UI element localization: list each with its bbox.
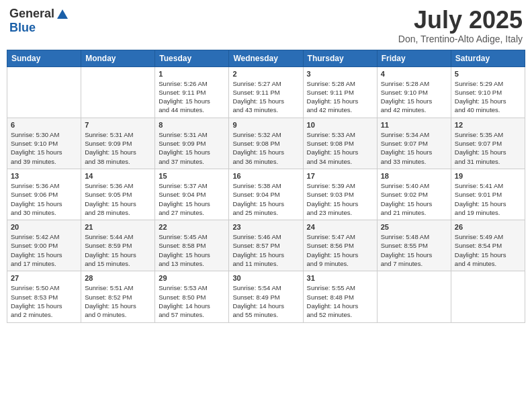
calendar-cell: 19Sunrise: 5:41 AM Sunset: 9:01 PM Dayli… <box>451 169 525 220</box>
day-number: 3 <box>307 70 373 78</box>
column-header-thursday: Thursday <box>303 50 377 66</box>
day-number: 21 <box>85 223 151 231</box>
calendar-cell: 18Sunrise: 5:40 AM Sunset: 9:02 PM Dayli… <box>377 169 451 220</box>
day-number: 19 <box>455 172 521 180</box>
day-number: 10 <box>307 121 373 129</box>
day-info: Sunrise: 5:38 AM Sunset: 9:04 PM Dayligh… <box>232 181 299 217</box>
day-number: 4 <box>381 70 447 78</box>
calendar-cell: 4Sunrise: 5:28 AM Sunset: 9:10 PM Daylig… <box>377 66 451 118</box>
calendar-cell: 11Sunrise: 5:34 AM Sunset: 9:07 PM Dayli… <box>377 118 451 169</box>
calendar-cell: 26Sunrise: 5:49 AM Sunset: 8:54 PM Dayli… <box>451 220 525 271</box>
day-number: 24 <box>307 223 373 231</box>
day-info: Sunrise: 5:36 AM Sunset: 9:05 PM Dayligh… <box>85 181 151 217</box>
column-header-wednesday: Wednesday <box>229 50 303 66</box>
calendar-cell: 6Sunrise: 5:30 AM Sunset: 9:10 PM Daylig… <box>7 118 81 169</box>
calendar-cell: 8Sunrise: 5:31 AM Sunset: 9:09 PM Daylig… <box>155 118 229 169</box>
day-number: 7 <box>85 121 151 129</box>
calendar-cell: 31Sunrise: 5:55 AM Sunset: 8:48 PM Dayli… <box>303 271 377 322</box>
calendar-cell: 9Sunrise: 5:32 AM Sunset: 9:08 PM Daylig… <box>229 118 303 169</box>
day-info: Sunrise: 5:45 AM Sunset: 8:58 PM Dayligh… <box>159 232 225 268</box>
day-number: 23 <box>232 223 299 231</box>
calendar-cell: 16Sunrise: 5:38 AM Sunset: 9:04 PM Dayli… <box>229 169 303 220</box>
calendar-cell: 10Sunrise: 5:33 AM Sunset: 9:08 PM Dayli… <box>303 118 377 169</box>
calendar-week-3: 13Sunrise: 5:36 AM Sunset: 9:06 PM Dayli… <box>7 169 525 220</box>
logo-icon <box>56 8 69 20</box>
calendar-cell: 7Sunrise: 5:31 AM Sunset: 9:09 PM Daylig… <box>81 118 155 169</box>
column-header-tuesday: Tuesday <box>155 50 229 66</box>
day-number: 1 <box>159 70 225 78</box>
day-info: Sunrise: 5:39 AM Sunset: 9:03 PM Dayligh… <box>307 181 373 217</box>
day-number: 22 <box>159 223 225 231</box>
column-header-saturday: Saturday <box>451 50 525 66</box>
calendar-cell: 29Sunrise: 5:53 AM Sunset: 8:50 PM Dayli… <box>155 271 229 322</box>
day-info: Sunrise: 5:53 AM Sunset: 8:50 PM Dayligh… <box>159 283 225 319</box>
svg-marker-0 <box>57 9 68 19</box>
column-header-monday: Monday <box>81 50 155 66</box>
day-info: Sunrise: 5:44 AM Sunset: 8:59 PM Dayligh… <box>85 232 151 268</box>
day-info: Sunrise: 5:47 AM Sunset: 8:56 PM Dayligh… <box>307 232 373 268</box>
day-info: Sunrise: 5:33 AM Sunset: 9:08 PM Dayligh… <box>307 130 373 166</box>
day-number: 31 <box>307 274 373 282</box>
day-number: 15 <box>159 172 225 180</box>
day-number: 25 <box>381 223 447 231</box>
calendar-cell: 24Sunrise: 5:47 AM Sunset: 8:56 PM Dayli… <box>303 220 377 271</box>
day-info: Sunrise: 5:41 AM Sunset: 9:01 PM Dayligh… <box>455 181 521 217</box>
day-number: 26 <box>455 223 521 231</box>
calendar-week-2: 6Sunrise: 5:30 AM Sunset: 9:10 PM Daylig… <box>7 118 525 169</box>
calendar-header-row: SundayMondayTuesdayWednesdayThursdayFrid… <box>7 50 525 66</box>
calendar-cell <box>7 66 81 118</box>
day-number: 6 <box>11 121 77 129</box>
calendar-cell: 1Sunrise: 5:26 AM Sunset: 9:11 PM Daylig… <box>155 66 229 118</box>
day-info: Sunrise: 5:48 AM Sunset: 8:55 PM Dayligh… <box>381 232 447 268</box>
day-info: Sunrise: 5:29 AM Sunset: 9:10 PM Dayligh… <box>455 79 521 115</box>
day-info: Sunrise: 5:27 AM Sunset: 9:11 PM Dayligh… <box>232 79 299 115</box>
calendar-week-4: 20Sunrise: 5:42 AM Sunset: 9:00 PM Dayli… <box>7 220 525 271</box>
calendar-cell: 22Sunrise: 5:45 AM Sunset: 8:58 PM Dayli… <box>155 220 229 271</box>
day-info: Sunrise: 5:32 AM Sunset: 9:08 PM Dayligh… <box>232 130 299 166</box>
calendar-cell: 5Sunrise: 5:29 AM Sunset: 9:10 PM Daylig… <box>451 66 525 118</box>
calendar-cell: 13Sunrise: 5:36 AM Sunset: 9:06 PM Dayli… <box>7 169 81 220</box>
day-info: Sunrise: 5:35 AM Sunset: 9:07 PM Dayligh… <box>455 130 521 166</box>
calendar-cell <box>81 66 155 118</box>
title-area: July 2025 Don, Trentino-Alto Adige, Ital… <box>398 7 523 44</box>
calendar-cell: 21Sunrise: 5:44 AM Sunset: 8:59 PM Dayli… <box>81 220 155 271</box>
day-number: 11 <box>381 121 447 129</box>
day-info: Sunrise: 5:55 AM Sunset: 8:48 PM Dayligh… <box>307 283 373 319</box>
day-info: Sunrise: 5:30 AM Sunset: 9:10 PM Dayligh… <box>11 130 77 166</box>
day-info: Sunrise: 5:31 AM Sunset: 9:09 PM Dayligh… <box>159 130 225 166</box>
page-header: General Blue July 2025 Don, Trentino-Alt… <box>7 7 525 44</box>
day-number: 9 <box>232 121 299 129</box>
day-number: 5 <box>455 70 521 78</box>
logo-blue-text: Blue <box>9 21 36 34</box>
day-info: Sunrise: 5:49 AM Sunset: 8:54 PM Dayligh… <box>455 232 521 268</box>
day-number: 12 <box>455 121 521 129</box>
day-info: Sunrise: 5:36 AM Sunset: 9:06 PM Dayligh… <box>11 181 77 217</box>
calendar-cell: 20Sunrise: 5:42 AM Sunset: 9:00 PM Dayli… <box>7 220 81 271</box>
day-number: 13 <box>11 172 77 180</box>
calendar-cell: 15Sunrise: 5:37 AM Sunset: 9:04 PM Dayli… <box>155 169 229 220</box>
calendar-cell: 25Sunrise: 5:48 AM Sunset: 8:55 PM Dayli… <box>377 220 451 271</box>
calendar-cell: 3Sunrise: 5:28 AM Sunset: 9:11 PM Daylig… <box>303 66 377 118</box>
day-number: 18 <box>381 172 447 180</box>
month-title: July 2025 <box>398 7 523 34</box>
calendar-week-1: 1Sunrise: 5:26 AM Sunset: 9:11 PM Daylig… <box>7 66 525 118</box>
calendar-cell <box>451 271 525 322</box>
day-info: Sunrise: 5:28 AM Sunset: 9:11 PM Dayligh… <box>307 79 373 115</box>
logo: General Blue <box>9 7 69 35</box>
calendar-cell: 30Sunrise: 5:54 AM Sunset: 8:49 PM Dayli… <box>229 271 303 322</box>
day-info: Sunrise: 5:34 AM Sunset: 9:07 PM Dayligh… <box>381 130 447 166</box>
day-number: 8 <box>159 121 225 129</box>
calendar-cell: 14Sunrise: 5:36 AM Sunset: 9:05 PM Dayli… <box>81 169 155 220</box>
calendar-cell: 27Sunrise: 5:50 AM Sunset: 8:53 PM Dayli… <box>7 271 81 322</box>
calendar-table: SundayMondayTuesdayWednesdayThursdayFrid… <box>7 50 525 323</box>
column-header-sunday: Sunday <box>7 50 81 66</box>
day-info: Sunrise: 5:51 AM Sunset: 8:52 PM Dayligh… <box>85 283 151 319</box>
day-number: 16 <box>232 172 299 180</box>
calendar-cell: 28Sunrise: 5:51 AM Sunset: 8:52 PM Dayli… <box>81 271 155 322</box>
day-number: 17 <box>307 172 373 180</box>
day-info: Sunrise: 5:26 AM Sunset: 9:11 PM Dayligh… <box>159 79 225 115</box>
calendar-cell: 17Sunrise: 5:39 AM Sunset: 9:03 PM Dayli… <box>303 169 377 220</box>
day-info: Sunrise: 5:54 AM Sunset: 8:49 PM Dayligh… <box>232 283 299 319</box>
day-info: Sunrise: 5:28 AM Sunset: 9:10 PM Dayligh… <box>381 79 447 115</box>
calendar-week-5: 27Sunrise: 5:50 AM Sunset: 8:53 PM Dayli… <box>7 271 525 322</box>
